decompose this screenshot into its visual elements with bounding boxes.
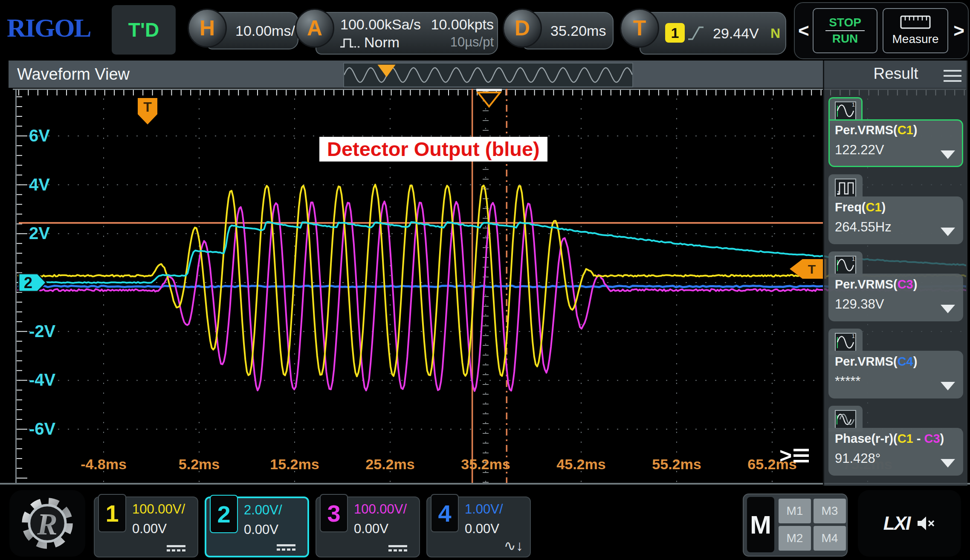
channel-1-scale: 100.00V/ bbox=[132, 502, 185, 517]
channel-3-box[interactable]: 3 100.00V/ 0.00V bbox=[316, 496, 420, 557]
svg-text:1: 1 bbox=[852, 102, 855, 108]
sine-icon: 1 bbox=[835, 333, 856, 352]
channel-2-scale: 2.00V/ bbox=[244, 502, 282, 518]
measurement-card-per-vrms-c4[interactable]: 1 Per.VRMS(C4) ***** bbox=[828, 329, 963, 400]
measurement-label: Per.VRMS(C1) bbox=[835, 123, 957, 137]
svg-text:15.2ms: 15.2ms bbox=[270, 456, 319, 472]
measurement-card-per-vrms-c1[interactable]: 1 Per.VRMS(C1) 122.22V bbox=[828, 97, 963, 169]
dc-coupling-icon bbox=[167, 545, 185, 551]
result-panel: Result 1 Per.VRMS(C1) 122.22V bbox=[823, 61, 967, 486]
svg-text:1: 1 bbox=[837, 190, 840, 196]
math-m2-button[interactable]: M2 bbox=[779, 526, 811, 551]
chevron-down-icon[interactable] bbox=[941, 150, 955, 159]
chevron-left-icon[interactable]: < bbox=[798, 3, 809, 58]
channel-2-offset: 0.00V bbox=[244, 522, 278, 537]
sine-icon: 1 bbox=[835, 101, 856, 120]
svg-text:1: 1 bbox=[852, 256, 855, 262]
annotation-label: Detector Output (blue) bbox=[319, 137, 547, 162]
acquisition-preview-strip[interactable] bbox=[343, 63, 633, 87]
square-wave-icon: 1 bbox=[835, 179, 856, 197]
trigger-delay[interactable]: 35.20ms bbox=[550, 13, 606, 49]
svg-text:-2V: -2V bbox=[29, 322, 56, 341]
measurement-cards: 1 Per.VRMS(C1) 122.22V 1 bbox=[828, 97, 963, 483]
trigger-noise-flag: N bbox=[770, 13, 780, 54]
math-panel: M M1 M3 M2 M4 bbox=[743, 494, 848, 557]
measurement-value: 129.38V bbox=[835, 297, 957, 312]
lxi-status-tile[interactable]: LXI bbox=[858, 490, 961, 557]
grid-menu-icon[interactable]: > bbox=[779, 445, 809, 466]
dc-coupling-icon bbox=[277, 544, 295, 551]
svg-text:T: T bbox=[808, 262, 816, 276]
svg-text:-6V: -6V bbox=[29, 419, 56, 438]
svg-text:-4.8ms: -4.8ms bbox=[81, 456, 127, 472]
measurement-value: 122.22V bbox=[835, 142, 957, 158]
stop-run-button[interactable]: STOP RUN bbox=[813, 8, 877, 53]
run-label: RUN bbox=[832, 31, 858, 46]
math-m1-button[interactable]: M1 bbox=[779, 499, 811, 523]
chevron-down-icon[interactable] bbox=[941, 228, 955, 236]
chevron-down-icon[interactable] bbox=[941, 305, 955, 313]
h-knob-button[interactable]: H bbox=[188, 9, 227, 48]
channel-4-scale: 1.00V/ bbox=[465, 502, 503, 517]
svg-text:25.2ms: 25.2ms bbox=[365, 456, 414, 472]
measurement-card-per-vrms-c3[interactable]: 1 Per.VRMS(C3) 129.38V bbox=[828, 251, 963, 323]
math-m4-button[interactable]: M4 bbox=[814, 526, 846, 551]
channel-status-bar: R 1 100.00V/ 0.00V 2 2.00V/ 0.00V 3 100.… bbox=[0, 485, 970, 560]
measure-label: Measure bbox=[892, 32, 939, 46]
svg-text:-4V: -4V bbox=[29, 370, 56, 389]
waveform-view-title: Waveform View bbox=[17, 61, 130, 88]
chevron-down-icon[interactable] bbox=[941, 382, 955, 390]
gear-icon: R bbox=[20, 496, 75, 551]
channel-3-offset: 0.00V bbox=[354, 521, 388, 537]
oscilloscope-screen: RIGOL T'D 10.00ms/ H 100.00kSa/s 10.00kp… bbox=[0, 0, 970, 560]
a-knob-button[interactable]: A bbox=[295, 9, 334, 48]
svg-text:1: 1 bbox=[852, 333, 855, 339]
trigger-source-badge[interactable]: 1 bbox=[665, 23, 685, 43]
measure-button[interactable]: Measure bbox=[883, 8, 948, 53]
dual-sine-icon bbox=[835, 410, 856, 429]
math-m3-button[interactable]: M3 bbox=[814, 499, 846, 523]
svg-text:45.2ms: 45.2ms bbox=[556, 456, 605, 472]
svg-text:2: 2 bbox=[24, 274, 32, 292]
channel-1-offset: 0.00V bbox=[132, 521, 167, 537]
channel-3-scale: 100.00V/ bbox=[354, 502, 407, 517]
measurement-value: ***** bbox=[835, 374, 957, 389]
d-knob-button[interactable]: D bbox=[503, 9, 542, 48]
acquire-mode: Norm bbox=[364, 34, 400, 51]
sine-icon: 1 bbox=[835, 256, 856, 274]
measurement-label: Phase(r-r)(C1 - C3) bbox=[835, 432, 957, 446]
t-knob-button[interactable]: T bbox=[620, 9, 659, 48]
measurement-value: 264.55Hz bbox=[835, 219, 957, 235]
rising-edge-icon bbox=[686, 24, 705, 43]
channel-2-number: 2 bbox=[210, 495, 238, 533]
channel-2-box[interactable]: 2 2.00V/ 0.00V bbox=[205, 496, 309, 557]
channel-1-number: 1 bbox=[98, 494, 126, 532]
channel-1-box[interactable]: 1 100.00V/ 0.00V bbox=[94, 496, 198, 557]
chevron-right-icon[interactable]: > bbox=[953, 3, 964, 58]
rigol-gear-logo[interactable]: R bbox=[9, 490, 85, 557]
measurement-card-freq-c1[interactable]: 1 Freq(C1) 264.55Hz bbox=[828, 174, 963, 246]
channel-4-box[interactable]: 4 1.00V/ 0.00V ∿↓ bbox=[426, 496, 531, 557]
measurement-card-phase-c1-c3[interactable]: Phase(r-r)(C1 - C3) 91.428° bbox=[828, 406, 963, 477]
sample-rate: 100.00kSa/s bbox=[340, 16, 428, 33]
menu-icon[interactable] bbox=[944, 70, 961, 82]
pulse-icon bbox=[340, 35, 360, 49]
measurement-label: Per.VRMS(C4) bbox=[835, 355, 957, 369]
rigol-logo: RIGOL bbox=[7, 13, 91, 43]
svg-text:T: T bbox=[143, 99, 152, 115]
svg-text:35.2ms: 35.2ms bbox=[461, 456, 510, 472]
trigger-level-value[interactable]: 29.44V bbox=[713, 13, 759, 54]
channel-4-offset: 0.00V bbox=[465, 521, 499, 537]
math-button[interactable]: M bbox=[747, 497, 774, 552]
svg-text:2V: 2V bbox=[29, 224, 50, 242]
horizontal-scale[interactable]: 10.00ms/ bbox=[235, 13, 295, 49]
trigger-status-badge[interactable]: T'D bbox=[112, 5, 176, 55]
chevron-down-icon[interactable] bbox=[941, 459, 955, 468]
channel-3-number: 3 bbox=[320, 494, 348, 532]
svg-text:5.2ms: 5.2ms bbox=[179, 456, 220, 472]
point-rate: 10µs/pt bbox=[428, 35, 494, 50]
memory-depth: 10.00kpts bbox=[428, 16, 494, 33]
toolbar-cluster: < STOP RUN Measure > bbox=[794, 2, 969, 59]
measurement-label: Per.VRMS(C3) bbox=[835, 277, 957, 292]
svg-text:55.2ms: 55.2ms bbox=[652, 456, 701, 472]
